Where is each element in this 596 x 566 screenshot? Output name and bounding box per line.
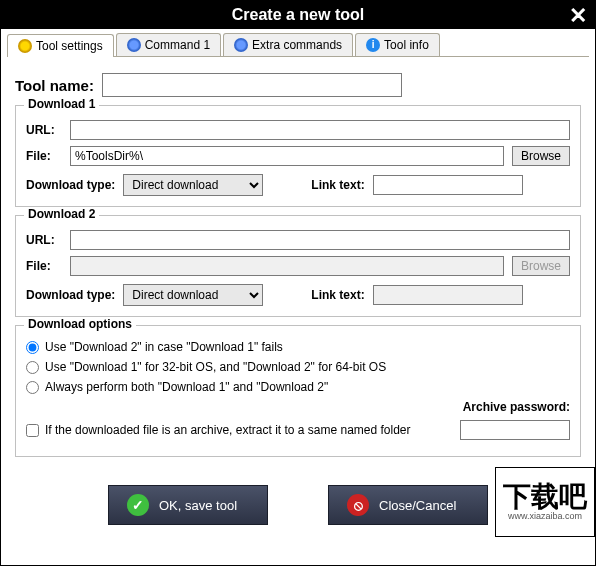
cancel-button-label: Close/Cancel	[379, 498, 456, 513]
title-text: Create a new tool	[232, 6, 364, 24]
option-fallback-label: Use "Download 2" in case "Download 1" fa…	[45, 340, 283, 354]
tab-label: Tool settings	[36, 39, 103, 53]
tool-name-input[interactable]	[102, 73, 402, 97]
download2-group: Download 2 URL: File: Browse Download ty…	[15, 215, 581, 317]
gear-icon	[127, 38, 141, 52]
linktext-label: Link text:	[311, 178, 364, 192]
extract-archive-label: If the downloaded file is an archive, ex…	[45, 423, 411, 437]
download1-legend: Download 1	[24, 97, 99, 111]
ok-save-button[interactable]: ✓ OK, save tool	[108, 485, 268, 525]
download1-file-input[interactable]	[70, 146, 504, 166]
tab-strip: Tool settings Command 1 Extra commands i…	[7, 33, 589, 57]
tab-tool-settings[interactable]: Tool settings	[7, 34, 114, 57]
download1-url-input[interactable]	[70, 120, 570, 140]
archive-password-label: Archive password:	[463, 400, 570, 414]
download-type-label: Download type:	[26, 288, 115, 302]
option-arch-radio[interactable]	[26, 361, 39, 374]
option-fallback-radio[interactable]	[26, 341, 39, 354]
url-label: URL:	[26, 123, 62, 137]
close-cancel-button[interactable]: ⦸ Close/Cancel	[328, 485, 488, 525]
download2-legend: Download 2	[24, 207, 99, 221]
option-both-radio[interactable]	[26, 381, 39, 394]
download1-browse-button[interactable]: Browse	[512, 146, 570, 166]
dialog-window: Create a new tool ✕ Tool settings Comman…	[0, 0, 596, 566]
file-label: File:	[26, 259, 62, 273]
info-icon: i	[366, 38, 380, 52]
download-type-label: Download type:	[26, 178, 115, 192]
option-arch-label: Use "Download 1" for 32-bit OS, and "Dow…	[45, 360, 386, 374]
close-icon[interactable]: ✕	[569, 3, 587, 29]
titlebar: Create a new tool ✕	[1, 1, 595, 29]
download2-linktext-input	[373, 285, 523, 305]
options-legend: Download options	[24, 317, 136, 331]
check-icon: ✓	[127, 494, 149, 516]
file-label: File:	[26, 149, 62, 163]
tab-command1[interactable]: Command 1	[116, 33, 221, 56]
download1-type-select[interactable]: Direct download	[123, 174, 263, 196]
download1-linktext-input[interactable]	[373, 175, 523, 195]
tab-label: Command 1	[145, 38, 210, 52]
tool-name-label: Tool name:	[15, 77, 94, 94]
download2-url-input[interactable]	[70, 230, 570, 250]
archive-password-input[interactable]	[460, 420, 570, 440]
extract-archive-checkbox[interactable]	[26, 424, 39, 437]
tab-label: Tool info	[384, 38, 429, 52]
button-bar: ✓ OK, save tool ⦸ Close/Cancel	[1, 475, 595, 535]
gear-icon	[234, 38, 248, 52]
download2-type-select[interactable]: Direct download	[123, 284, 263, 306]
download2-browse-button: Browse	[512, 256, 570, 276]
download2-file-input	[70, 256, 504, 276]
download-options-group: Download options Use "Download 2" in cas…	[15, 325, 581, 457]
download1-group: Download 1 URL: File: Browse Download ty…	[15, 105, 581, 207]
tab-tool-info[interactable]: i Tool info	[355, 33, 440, 56]
tab-label: Extra commands	[252, 38, 342, 52]
ok-button-label: OK, save tool	[159, 498, 237, 513]
gear-icon	[18, 39, 32, 53]
cancel-icon: ⦸	[347, 494, 369, 516]
url-label: URL:	[26, 233, 62, 247]
option-both-label: Always perform both "Download 1" and "Do…	[45, 380, 328, 394]
linktext-label: Link text:	[311, 288, 364, 302]
tool-name-row: Tool name:	[15, 73, 581, 97]
tab-extra-commands[interactable]: Extra commands	[223, 33, 353, 56]
tab-content: Tool name: Download 1 URL: File: Browse …	[1, 57, 595, 475]
